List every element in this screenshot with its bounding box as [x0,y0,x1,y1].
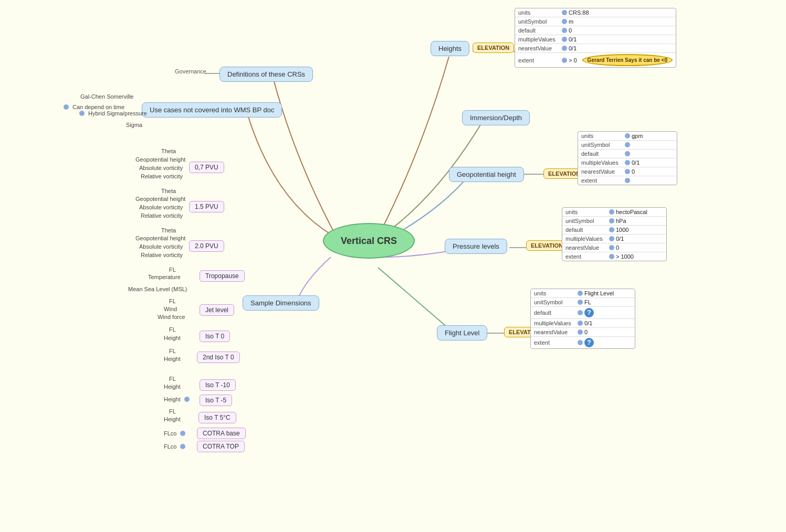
prop-row: default ? [531,307,635,319]
prop-row: nearestValue 0 [562,243,666,252]
prop-key: extent [565,253,607,260]
prop-row: units hectoPascal [562,208,666,217]
sub-geop-2: Geopotential height [135,196,185,202]
dot-icon [609,245,614,250]
definitions-label: Definitions of these CRSs [227,70,305,78]
prop-row: extent > 1000 [562,252,666,261]
prop-row: unitSymbol FL [531,298,635,307]
prop-row: extent ? [531,337,635,348]
prop-row-unitsymbol: unitSymbol m [515,17,676,26]
prop-val: 0/1 [616,236,624,242]
topic-sampledims[interactable]: Sample Dimensions [243,295,319,311]
box-15pvu: 1.5 PVU [189,201,224,212]
sub-fl-jet: FL [169,298,176,304]
dot-icon [578,340,583,345]
prop-key: unitSymbol [518,18,560,25]
sub-sigma: Sigma [126,122,142,128]
dot-icon [625,160,630,165]
immersion-label: Immersion/Depth [470,114,522,122]
dot-icon [625,178,630,183]
box-07pvu: 0,7 PVU [189,162,224,173]
box-isotm10: Iso T -10 [200,379,236,391]
sub-flco-cotra: FLco [164,430,187,437]
dot-icon [578,321,583,326]
prop-val: 0 [632,168,635,175]
central-label: Vertical CRS [341,236,397,247]
geopotential-label: Geopotential height [457,171,516,178]
sub-abs-1: Absolute vorticity [139,165,183,171]
box-jetlevel: Jet level [200,304,234,316]
prop-row: default [578,150,677,158]
box-isotm5: Iso T -5 [200,395,232,406]
prop-row: multipleValues 0/1 [562,235,666,243]
sub-wind-jet: Wind [164,306,177,312]
sub-theta-3: Theta [161,227,176,233]
dot-icon [562,46,567,51]
sub-rel-1: Relative vorticity [141,173,183,179]
flightlevel-label: Flight Level [445,329,479,337]
prop-key: multipleValues [518,36,560,42]
sub-rel-2: Relative vorticity [141,212,183,219]
prop-row: default 1000 [562,226,666,235]
gerard-badge: Gerard Terrien Says it can be <0 [582,54,673,66]
sub-fl-tropo: FL [169,267,176,273]
prop-row: extent [578,176,677,185]
dot-icon [609,218,614,224]
box-20pvu: 2.0 PVU [189,240,224,252]
sub-height-2ndiso: Height [164,356,181,362]
dot-icon [609,236,614,241]
sub-can-depend: Can depend on time [62,104,124,110]
topic-definitions[interactable]: Definitions of these CRSs [219,67,313,82]
prop-key: extent [534,339,576,346]
sub-msl: Mean Sea Level (MSL) [128,286,187,292]
prop-val: hPa [616,218,626,224]
topic-pressure[interactable]: Pressure levels [445,239,507,254]
sampledims-label: Sample Dimensions [250,299,311,307]
prop-key: nearestValue [534,329,576,335]
box-cotratop: COTRA TOP [197,441,245,452]
box-cotrabase: COTRA base [197,428,246,439]
dot-icon [562,28,567,33]
dot-icon [562,19,567,24]
heights-prop-table: units CRS:88 unitSymbol m default 0 mult… [515,8,676,68]
topic-heights[interactable]: Heights [431,41,469,56]
sub-theta-2: Theta [161,188,176,194]
usecases-label: Use cases not covered into WMS BP doc [150,106,274,114]
connection-lines [0,0,786,532]
sub-hybrid: Hybrid Sigma/pressure [78,110,147,116]
prop-val: CRS:88 [569,9,589,16]
prop-row: nearestValue 0 [531,328,635,337]
prop-val: > 1000 [616,253,634,260]
sub-fl-iso0: FL [169,326,176,333]
dot-icon [578,300,583,305]
prop-key: default [518,27,560,34]
dot-icon [578,291,583,296]
prop-key: unitSymbol [534,299,576,305]
topic-geopotential[interactable]: Geopotential height [449,167,524,182]
prop-val: hectoPascal [616,209,647,215]
dot-icon [609,209,614,215]
heights-label: Heights [438,45,462,52]
sub-fl-2ndiso: FL [169,348,176,354]
prop-val: gpm [632,133,643,139]
prop-row: units Flight Level [531,289,635,298]
prop-val: 0/1 [632,159,640,166]
prop-row: multipleValues 0/1 [578,158,677,167]
topic-immersion[interactable]: Immersion/Depth [462,110,530,125]
sub-height-iso0: Height [164,335,181,341]
sub-fl-isotm10: FL [169,376,176,382]
prop-key: nearestValue [581,168,623,175]
topic-usecases[interactable]: Use cases not covered into WMS BP doc [142,102,282,118]
prop-key: extent [518,57,560,63]
prop-key: multipleValues [565,236,607,242]
sub-gal-chen: Gal-Chen Somerville [80,93,133,100]
sub-abs-2: Absolute vorticity [139,204,183,210]
topic-flightlevel[interactable]: Flight Level [437,325,487,341]
dot-icon [79,111,85,116]
prop-key: nearestValue [518,45,560,51]
central-node: Vertical CRS [323,223,415,259]
prop-key: multipleValues [581,159,623,166]
dot-icon [609,227,614,232]
prop-key: units [565,209,607,215]
prop-val: FL [584,299,591,305]
